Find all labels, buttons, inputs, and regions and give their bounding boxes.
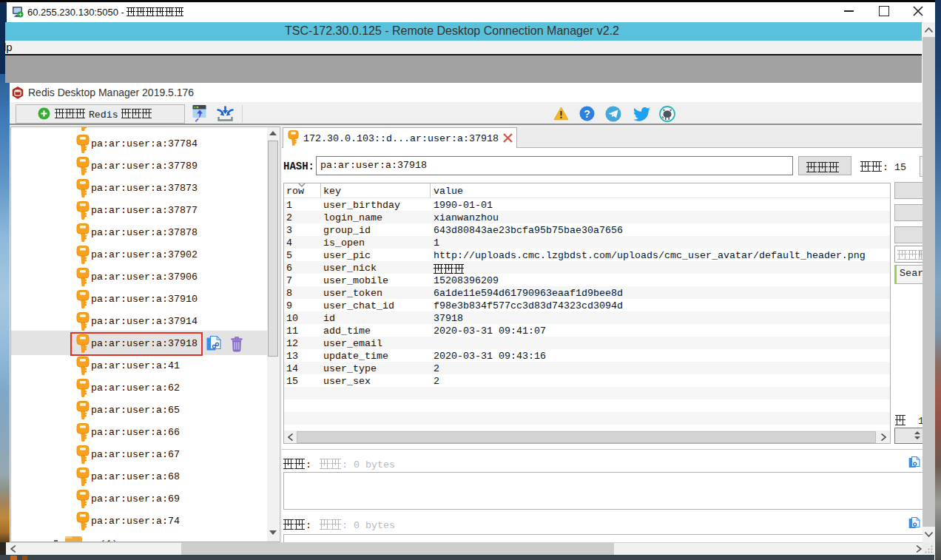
svg-text:?: ?	[584, 108, 590, 120]
